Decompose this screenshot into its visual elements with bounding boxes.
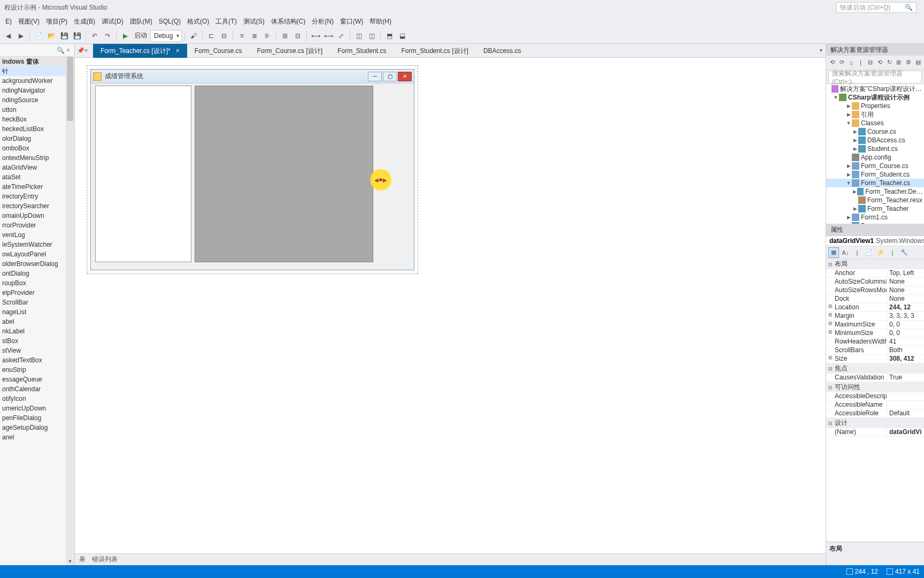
- toolbox-item[interactable]: ateTimePicker: [0, 182, 74, 192]
- toolbox-item[interactable]: nageList: [0, 307, 74, 317]
- output-tab[interactable]: 果: [79, 555, 86, 564]
- preview-icon[interactable]: ▤: [914, 58, 922, 67]
- property-category[interactable]: ⊟设计: [826, 418, 924, 428]
- toolbox-item[interactable]: ackgroundWorker: [0, 76, 74, 86]
- menu-item[interactable]: 格式(O): [184, 16, 212, 27]
- menu-item[interactable]: 测试(S): [240, 16, 268, 27]
- open-icon[interactable]: 📂: [45, 30, 57, 42]
- left-panel[interactable]: [95, 86, 191, 262]
- toolbox-item[interactable]: anel: [0, 432, 74, 442]
- tree-item[interactable]: ▼Form_Teacher.cs: [826, 179, 924, 187]
- toolbox-pointer[interactable]: 针: [0, 66, 74, 76]
- datagridview-control[interactable]: [195, 86, 373, 262]
- tree-item[interactable]: ▼CSharp课程设计示例: [826, 93, 924, 102]
- home2-icon[interactable]: ⌂: [848, 58, 856, 67]
- toolbox-item[interactable]: elpProvider: [0, 288, 74, 298]
- toolbox-item[interactable]: ataSet: [0, 172, 74, 182]
- tree-item[interactable]: ▶Form1.cs: [826, 213, 924, 222]
- size-v-icon[interactable]: ⟷: [322, 30, 334, 42]
- toolbox-item[interactable]: otifyIcon: [0, 394, 74, 404]
- property-row[interactable]: AutoSizeRowsModeNone: [826, 286, 924, 295]
- toolbox-item[interactable]: olorDialog: [0, 134, 74, 143]
- property-row[interactable]: CausesValidationTrue: [826, 374, 924, 382]
- undo-icon[interactable]: ↶: [89, 30, 101, 42]
- refresh-icon[interactable]: ↻: [886, 58, 894, 67]
- document-tab[interactable]: Form_Teacher.cs [设计]*: [93, 44, 187, 58]
- document-tab[interactable]: Form_Course.cs: [187, 44, 250, 58]
- property-category[interactable]: ⊟焦点: [826, 363, 924, 374]
- redo-icon[interactable]: ↷: [102, 30, 113, 42]
- tree-item[interactable]: ▼Classes: [826, 119, 924, 127]
- tree-item[interactable]: ▶Course.cs: [826, 127, 924, 136]
- property-category[interactable]: ⊟布局: [826, 259, 924, 269]
- align-h2-icon[interactable]: ≣: [249, 30, 260, 42]
- menu-item[interactable]: 工具(T): [212, 16, 240, 27]
- toolbox-category[interactable]: indows 窗体: [0, 57, 74, 66]
- align-left-icon[interactable]: ⊏: [205, 30, 217, 42]
- toolbox-scrollbar[interactable]: ▲ ▼: [66, 57, 74, 565]
- spacing-h-icon[interactable]: ⊞: [279, 30, 291, 42]
- document-tab[interactable]: DBAccess.cs: [476, 44, 529, 58]
- forward-icon[interactable]: ▶: [15, 30, 27, 42]
- minimize-button[interactable]: ─: [368, 72, 382, 81]
- menu-item[interactable]: 帮助(H): [366, 16, 395, 27]
- property-row[interactable]: DockNone: [826, 295, 924, 303]
- back-icon[interactable]: ◀: [2, 30, 14, 42]
- size-h-icon[interactable]: ⟷: [310, 30, 321, 42]
- menu-item[interactable]: 视图(V): [15, 16, 43, 27]
- toolbox-item[interactable]: rrorProvider: [0, 220, 74, 230]
- menu-item[interactable]: E): [2, 17, 15, 26]
- tab-overflow-icon[interactable]: ▾: [820, 47, 822, 53]
- toolbox-item[interactable]: enuStrip: [0, 365, 74, 375]
- quick-launch-input[interactable]: 快速启动 (Ctrl+Q) 🔍: [836, 2, 917, 13]
- toolbox-item[interactable]: ageSetupDialog: [0, 423, 74, 432]
- toolbox-item[interactable]: umericUpDown: [0, 404, 74, 413]
- menu-item[interactable]: SQL(Q): [156, 17, 184, 26]
- property-row[interactable]: (Name)dataGridVi: [826, 428, 924, 437]
- spacing-v-icon[interactable]: ⊟: [292, 30, 304, 42]
- paint-icon[interactable]: 🖌: [188, 30, 199, 42]
- document-tab[interactable]: Form_Student.cs: [330, 44, 394, 58]
- toolbox-item[interactable]: irectoryEntry: [0, 192, 74, 201]
- toolbox-item[interactable]: ventLog: [0, 230, 74, 240]
- tree-item[interactable]: ▶引用: [826, 110, 924, 119]
- toolbox-item[interactable]: stBox: [0, 336, 74, 346]
- menu-item[interactable]: 体系结构(C): [268, 16, 309, 27]
- align-center-icon[interactable]: ⊟: [218, 30, 230, 42]
- toolbox-item[interactable]: ScrollBar: [0, 298, 74, 307]
- tree-item[interactable]: 解决方案"CSharp课程设计示例"(1: [826, 85, 924, 93]
- back-icon[interactable]: ⟳: [838, 58, 846, 67]
- collapse-icon[interactable]: ⊟: [866, 58, 874, 67]
- tree-item[interactable]: Form_Teacher.resx: [826, 196, 924, 204]
- property-row[interactable]: RowHeadersWidth41: [826, 338, 924, 346]
- property-row[interactable]: ⊞MinimumSize0, 0: [826, 329, 924, 338]
- property-row[interactable]: ⊞MaximumSize0, 0: [826, 321, 924, 329]
- property-row[interactable]: ⊞Location244, 12: [826, 303, 924, 312]
- toolbox-item[interactable]: ndingNavigator: [0, 86, 74, 95]
- toolbox-item[interactable]: nkLabel: [0, 326, 74, 336]
- tree-item[interactable]: ▶Form_Teacher.Designer: [826, 187, 924, 196]
- property-row[interactable]: AutoSizeColumnsModeNone: [826, 278, 924, 286]
- center-h-icon[interactable]: ◫: [353, 30, 365, 42]
- close-icon[interactable]: ×: [84, 47, 88, 54]
- properties-selected-object[interactable]: dataGridView1 System.Windows.For: [826, 235, 924, 246]
- property-row[interactable]: ⊞Margin3, 3, 3, 3: [826, 312, 924, 321]
- toolbox-item[interactable]: ataGridView: [0, 163, 74, 172]
- form-window[interactable]: 成绩管理系统 ─ ▢ ✕ ◀▶: [90, 69, 414, 270]
- properties-icon[interactable]: 📄: [864, 247, 874, 258]
- config-combo[interactable]: Debug: [150, 30, 182, 42]
- menu-item[interactable]: 窗口(W): [337, 16, 366, 27]
- toolbox-search[interactable]: 🔍 ×: [0, 44, 74, 57]
- scroll-down-icon[interactable]: ▼: [66, 558, 74, 565]
- scroll-thumb[interactable]: [67, 57, 73, 121]
- sync-icon[interactable]: ⟲: [876, 58, 884, 67]
- document-tab[interactable]: Form_Student.cs [设计]: [394, 44, 476, 58]
- toolbox-item[interactable]: heckBox: [0, 115, 74, 124]
- toolbox-item[interactable]: roupBox: [0, 278, 74, 288]
- toolbox-item[interactable]: askedTextBox: [0, 355, 74, 365]
- property-row[interactable]: AccessibleName: [826, 401, 924, 409]
- toolbox-item[interactable]: olderBrowserDialog: [0, 259, 74, 269]
- tree-item[interactable]: ▶Form_Course.cs: [826, 162, 924, 170]
- menu-item[interactable]: 项目(P): [43, 16, 71, 27]
- save-all-icon[interactable]: 💾: [71, 30, 83, 42]
